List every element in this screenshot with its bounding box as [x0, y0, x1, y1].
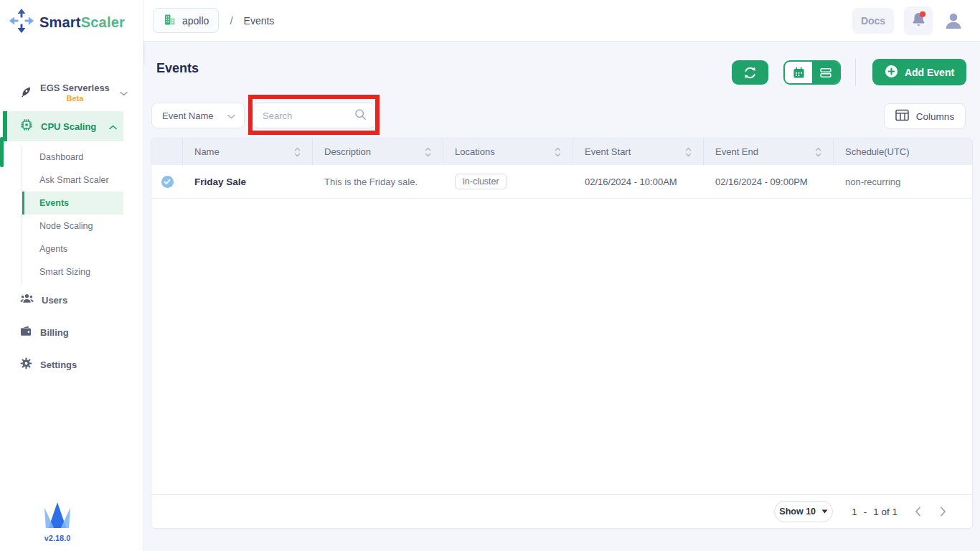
- notifications-button[interactable]: [904, 6, 933, 35]
- search-box: [253, 103, 375, 128]
- sidebar-item-users[interactable]: Users: [0, 288, 143, 311]
- chevron-down-icon: [120, 86, 128, 99]
- app-version: v2.18.0: [32, 534, 83, 542]
- checked-circle-icon[interactable]: [161, 176, 174, 188]
- sort-icon: [815, 147, 821, 157]
- sidebar-item-node-scaling[interactable]: Node Scaling: [22, 215, 123, 237]
- next-page-button[interactable]: [938, 505, 948, 518]
- location-chip: in-cluster: [455, 174, 507, 189]
- sidebar-item-billing[interactable]: Billing: [0, 321, 143, 344]
- header-divider: [855, 59, 856, 86]
- cell-event-start: 02/16/2024 - 10:00AM: [573, 165, 704, 198]
- header-select-column: [151, 138, 183, 165]
- breadcrumb-separator: /: [230, 14, 232, 27]
- rocket-icon: [20, 85, 32, 100]
- sidebar-item-egs-serverless[interactable]: EGS Serverless Beta: [0, 76, 143, 109]
- beta-badge: Beta: [67, 94, 84, 103]
- plus-circle-icon: [885, 65, 898, 80]
- columns-label: Columns: [916, 111, 954, 122]
- search-input[interactable]: [263, 110, 354, 121]
- cell-schedule: non-recurring: [834, 165, 972, 198]
- page-info: 1 of 1: [873, 507, 897, 517]
- main-content: Events: [143, 42, 980, 551]
- page-dash: -: [864, 507, 867, 517]
- list-view-button[interactable]: [812, 62, 839, 83]
- row-select-cell[interactable]: [151, 165, 183, 198]
- cell-event-end: 02/16/2024 - 09:00PM: [704, 165, 834, 198]
- egs-label: EGS Serverless: [40, 83, 110, 93]
- sort-icon: [555, 147, 561, 157]
- sidebar-item-ask-smart-scaler[interactable]: Ask Smart Scaler: [22, 169, 123, 192]
- page-title: Events: [156, 61, 199, 76]
- header-name[interactable]: Name: [183, 138, 313, 165]
- header-event-end[interactable]: Event End: [704, 138, 834, 165]
- cell-locations: in-cluster: [443, 165, 573, 198]
- sort-icon: [685, 147, 692, 157]
- building-icon: [163, 13, 176, 29]
- sidebar: SmartScaler EGS Serverless Beta CPU Scal…: [0, 0, 143, 551]
- settings-label: Settings: [40, 359, 77, 370]
- pagination-bar: Show 10 1 - 1 of 1: [151, 494, 972, 528]
- table-empty-area: [151, 199, 972, 494]
- header-event-start[interactable]: Event Start: [573, 138, 704, 165]
- page-size-value: Show 10: [779, 507, 816, 517]
- cell-name: Friday Sale: [183, 165, 313, 198]
- chevron-up-icon: [109, 120, 117, 133]
- filter-field-select[interactable]: Event Name: [151, 103, 245, 128]
- gear-icon: [20, 357, 32, 372]
- chevron-down-icon: [821, 509, 828, 514]
- sidebar-item-smart-sizing[interactable]: Smart Sizing: [22, 260, 123, 283]
- sort-icon: [294, 147, 301, 157]
- calendar-view-button[interactable]: [785, 62, 812, 83]
- sidebar-item-agents[interactable]: Agents: [22, 237, 123, 260]
- add-event-label: Add Event: [905, 67, 954, 78]
- users-label: Users: [42, 295, 67, 306]
- topbar: apollo / Events Docs: [143, 0, 980, 42]
- cell-description: This is the Friday sale.: [313, 165, 443, 198]
- breadcrumb-org-chip[interactable]: apollo: [153, 8, 219, 33]
- user-avatar[interactable]: [943, 10, 964, 32]
- header-schedule[interactable]: Schedule(UTC): [834, 138, 972, 165]
- sidebar-item-events[interactable]: Events: [22, 192, 123, 215]
- smartscaler-arrows-icon: [9, 8, 34, 37]
- users-icon: [20, 293, 34, 307]
- columns-button[interactable]: Columns: [884, 103, 966, 129]
- refresh-button[interactable]: [732, 60, 768, 85]
- brand-logo: SmartScaler: [9, 8, 125, 37]
- previous-page-button[interactable]: [913, 505, 923, 518]
- table-header-row: Name Description Locations Event Start E…: [151, 138, 972, 165]
- sort-icon: [425, 147, 431, 157]
- cpu-chip-icon: [20, 118, 33, 134]
- version-box: v2.18.0: [32, 501, 83, 542]
- header-description[interactable]: Description: [313, 138, 443, 165]
- table-row[interactable]: Friday Sale This is the Friday sale. in-…: [151, 165, 972, 199]
- sidebar-item-settings[interactable]: Settings: [0, 353, 143, 376]
- events-table-card: Name Description Locations Event Start E…: [151, 138, 973, 529]
- cpu-scaling-submenu: Dashboard Ask Smart Scaler Events Node S…: [0, 146, 143, 283]
- view-toggle: [783, 60, 841, 85]
- search-icon: [354, 108, 367, 123]
- page-range: 1 - 1 of 1: [852, 507, 897, 517]
- cpu-scaling-label: CPU Scaling: [41, 121, 96, 132]
- wallet-icon: [20, 325, 32, 339]
- breadcrumb-org-label: apollo: [182, 15, 209, 27]
- page-start: 1: [852, 507, 857, 517]
- add-event-button[interactable]: Add Event: [872, 59, 966, 85]
- page-size-select[interactable]: Show 10: [774, 501, 833, 522]
- sidebar-item-cpu-scaling[interactable]: CPU Scaling: [3, 111, 123, 141]
- filter-field-value: Event Name: [162, 110, 214, 121]
- header-locations[interactable]: Locations: [443, 138, 573, 165]
- crown-logo-icon: [42, 519, 72, 531]
- chevron-down-icon: [227, 110, 235, 121]
- columns-icon: [895, 109, 909, 123]
- brand-name: SmartScaler: [39, 14, 125, 31]
- billing-label: Billing: [40, 327, 69, 338]
- breadcrumb-page-label: Events: [244, 15, 275, 27]
- submenu-guide-line: [22, 146, 22, 285]
- sidebar-item-dashboard[interactable]: Dashboard: [22, 146, 123, 169]
- docs-button[interactable]: Docs: [852, 8, 894, 34]
- bell-icon: [910, 11, 927, 31]
